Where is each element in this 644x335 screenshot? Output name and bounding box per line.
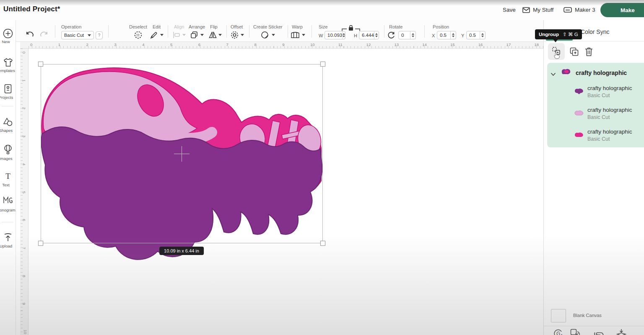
ungroup-tooltip: Ungroup ⇧ ⌘ G — [535, 29, 582, 39]
selection-handle-bottom-left[interactable] — [38, 241, 43, 246]
tab-color-sync[interactable]: Color Sync — [581, 28, 609, 35]
machine-label: Maker 3 — [575, 7, 595, 13]
height-stepper[interactable] — [374, 31, 379, 39]
operation-select[interactable]: Basic Cut — [61, 31, 94, 39]
layer-row-3[interactable]: crafty holographic Basic Cut — [547, 126, 644, 147]
sidebar-item-shapes[interactable]: Shapes — [0, 117, 16, 129]
width-input[interactable]: 10.093 — [325, 31, 345, 39]
rotate-stepper[interactable] — [410, 31, 415, 39]
rotate-input[interactable]: 0 — [398, 31, 416, 39]
flip-icon[interactable] — [209, 31, 217, 39]
delete-button[interactable] — [584, 47, 593, 58]
chevron-down-icon — [88, 34, 91, 36]
operation-help-button[interactable]: ? — [96, 31, 103, 39]
flip-dropdown-caret[interactable] — [218, 34, 222, 36]
layer-operation: Basic Cut — [587, 136, 610, 142]
sidebar-divider — [2, 222, 13, 222]
selection-size-badge: 10.09 in x 6.44 in — [159, 247, 204, 255]
sidebar-label: Templates — [0, 68, 15, 73]
offset-icon[interactable] — [231, 31, 239, 39]
ruler-number: 8 — [22, 275, 26, 277]
edit-toolbar: Operation Basic Cut ? Deselect Edit Alig… — [16, 20, 543, 42]
layers-panel: Color Sync — [543, 20, 644, 335]
tooltip-shortcut: ⇧ ⌘ G — [563, 32, 578, 37]
sidebar-label: Monogram — [0, 208, 16, 212]
rotate-icon[interactable] — [387, 31, 395, 39]
x-stepper[interactable] — [450, 31, 456, 39]
layer-row-1[interactable]: crafty holographic Basic Cut — [547, 82, 644, 104]
ruler-number: 3 — [22, 135, 26, 137]
machine-select-button[interactable]: Maker 3 — [564, 7, 595, 13]
tooltip-caret — [553, 39, 558, 42]
cutting-machine-icon — [564, 7, 572, 13]
layer-thumbnail — [574, 131, 584, 139]
toolbar-separator — [312, 25, 312, 38]
ruler-number: 1 — [22, 80, 26, 82]
selection-handle-top-right[interactable] — [320, 62, 325, 67]
create-sticker-dropdown-caret[interactable] — [272, 34, 275, 36]
toolbar-separator — [424, 25, 425, 38]
group-button[interactable]: G — [553, 328, 563, 335]
arrange-icon[interactable] — [190, 31, 198, 39]
ruler-number: 9 — [22, 303, 26, 305]
y-position-input[interactable]: 0.5 — [466, 31, 486, 39]
arrange-dropdown-caret[interactable] — [200, 34, 204, 36]
ruler-number: 6 — [22, 219, 26, 221]
height-input[interactable]: 6.444 — [359, 31, 379, 39]
warp-icon[interactable] — [291, 32, 299, 38]
layer-name: crafty holographic — [587, 129, 632, 135]
toolbar-separator — [108, 25, 109, 38]
sidebar-item-images[interactable]: Images — [0, 144, 16, 156]
warp-label: Warp — [292, 24, 303, 29]
rotate-value: 0 — [399, 33, 410, 38]
duplicate-button[interactable] — [569, 47, 579, 58]
ruler-number: 2 — [22, 107, 26, 109]
dropdown-caret-icon[interactable] — [583, 332, 587, 335]
save-button[interactable]: Save — [503, 7, 516, 13]
left-sidebar: New Templates Projects Shapes — [0, 20, 16, 335]
sidebar-item-templates[interactable]: Templates — [0, 58, 16, 69]
text-icon: T — [5, 172, 10, 181]
deselect-icon[interactable] — [134, 31, 142, 39]
group-thumbnail — [561, 68, 571, 78]
sidebar-item-new[interactable]: New — [0, 28, 16, 40]
sidebar-label: Images — [0, 156, 13, 161]
warp-dropdown-caret[interactable] — [302, 34, 305, 36]
toolbar-separator — [168, 25, 168, 38]
undo-icon[interactable] — [25, 30, 34, 38]
width-stepper[interactable] — [342, 31, 345, 39]
make-button[interactable]: Make — [600, 3, 644, 17]
edit-dropdown-caret[interactable] — [160, 34, 164, 36]
layer-group-crafty-holographic[interactable]: crafty holographic crafty holographic Ba… — [547, 63, 644, 147]
my-stuff-button[interactable]: My Stuff — [522, 7, 553, 13]
y-stepper[interactable] — [480, 31, 485, 39]
attach-button[interactable] — [593, 328, 604, 335]
blank-canvas-row[interactable]: Blank Canvas — [544, 308, 644, 325]
operation-label: Operation — [61, 24, 81, 29]
sidebar-item-monogram[interactable]: Monogram — [0, 196, 16, 208]
redo-icon[interactable] — [39, 30, 49, 38]
sidebar-item-projects[interactable]: Projects — [0, 84, 16, 95]
duplicate-layers-button[interactable] — [570, 328, 580, 335]
layer-row-2[interactable]: crafty holographic Basic Cut — [547, 104, 644, 126]
offset-dropdown-caret[interactable] — [241, 34, 244, 36]
height-value: 6.444 — [359, 33, 374, 38]
sidebar-item-text[interactable]: T Text — [0, 172, 16, 181]
shapes-icon — [3, 121, 13, 128]
selection-handle-bottom-right[interactable] — [320, 241, 325, 246]
flatten-button[interactable] — [616, 328, 627, 335]
project-title: Untitled Project* — [3, 5, 60, 13]
lock-aspect-icon[interactable] — [341, 24, 361, 31]
selection-handle-top-left[interactable] — [38, 62, 43, 67]
x-position-input[interactable]: 0.5 — [437, 31, 456, 39]
sidebar-label: Shapes — [0, 128, 13, 133]
ruler-number: 0 — [30, 42, 32, 47]
create-sticker-icon[interactable] — [261, 31, 269, 39]
ruler-number: 17 — [506, 42, 511, 47]
sidebar-item-upload[interactable]: Upload — [0, 233, 16, 244]
chevron-down-icon[interactable] — [551, 70, 556, 78]
edit-pencil-icon[interactable] — [150, 31, 158, 39]
projects-icon — [3, 88, 13, 95]
toolbar-separator — [288, 25, 288, 38]
position-label: Position — [433, 24, 449, 29]
